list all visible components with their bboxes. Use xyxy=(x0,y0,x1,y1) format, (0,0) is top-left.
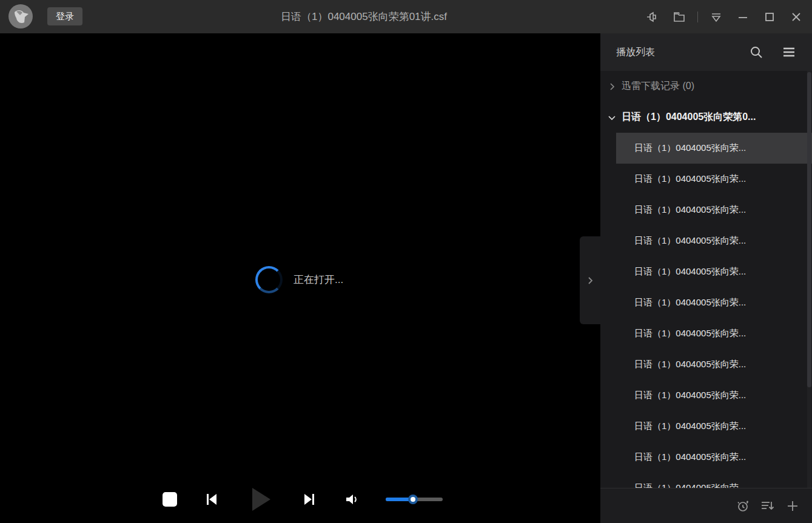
login-button[interactable]: 登录 xyxy=(47,7,82,25)
playlist-group-label: 迅雷下载记录 (0) xyxy=(622,80,694,93)
playlist-item[interactable]: 日语（1）0404005张向荣... xyxy=(616,225,812,256)
playlist-item[interactable]: 日语（1）0404005张向荣... xyxy=(616,164,812,195)
playlist-item[interactable]: 日语（1）0404005张向荣... xyxy=(616,473,812,488)
playlist-item-label: 日语（1）0404005张向荣... xyxy=(634,173,746,185)
playlist-item-label: 日语（1）0404005张向荣... xyxy=(634,359,746,370)
next-button[interactable] xyxy=(301,491,318,508)
playlist-item-label: 日语（1）0404005张向荣... xyxy=(634,328,746,339)
playlist-group-current[interactable]: 日语（1）0404005张向荣第0... xyxy=(600,102,812,133)
playlist-item-label: 日语（1）0404005张向荣... xyxy=(634,204,746,216)
playlist-item-label: 日语（1）0404005张向荣... xyxy=(634,482,746,488)
playlist-item-label: 日语（1）0404005张向荣... xyxy=(634,390,746,401)
playlist-item[interactable]: 日语（1）0404005张向荣... xyxy=(616,287,812,318)
playlist-items: 迅雷下载记录 (0) 日语（1）0404005张向荣第0... 日语（1）040… xyxy=(600,71,812,488)
close-button[interactable] xyxy=(788,8,805,25)
playlist-item-label: 日语（1）0404005张向荣... xyxy=(634,451,746,463)
playlist-item[interactable]: 日语（1）0404005张向荣... xyxy=(616,256,812,287)
video-area: 正在打开... xyxy=(0,33,600,523)
pin-icon[interactable] xyxy=(644,8,661,25)
playlist-item[interactable]: 日语（1）0404005张向荣... xyxy=(616,442,812,473)
maximize-button[interactable] xyxy=(761,8,778,25)
minimize-button[interactable] xyxy=(734,8,751,25)
search-icon[interactable] xyxy=(749,45,763,59)
playlist-scrollbar-thumb[interactable] xyxy=(807,72,811,387)
playlist-item-label: 日语（1）0404005张向荣... xyxy=(634,297,746,308)
volume-slider[interactable] xyxy=(386,495,443,504)
playlist-toolbar xyxy=(600,488,812,523)
collapse-sidebar-handle[interactable] xyxy=(580,236,600,324)
playlist-item-label: 日语（1）0404005张向荣... xyxy=(634,266,746,278)
sort-icon[interactable] xyxy=(760,499,776,513)
playlist-item[interactable]: 日语（1）0404005张向荣... xyxy=(616,380,812,411)
timer-icon[interactable] xyxy=(736,499,750,513)
playlist-header: 播放列表 xyxy=(600,33,812,71)
titlebar: 登录 日语（1）0404005张向荣第01讲.csf xyxy=(0,0,812,33)
playlist-title: 播放列表 xyxy=(616,46,731,59)
playlist-sidebar: 播放列表 迅雷下载记录 (0) 日语（1）0404005张向荣第0... xyxy=(600,33,812,523)
loading-text: 正在打开... xyxy=(294,273,343,287)
titlebar-divider xyxy=(697,12,698,22)
playback-controls xyxy=(163,484,443,515)
playlist-item[interactable]: 日语（1）0404005张向荣... xyxy=(616,195,812,225)
volume-icon[interactable] xyxy=(344,491,360,507)
playlist-item-label: 日语（1）0404005张向荣... xyxy=(634,235,746,247)
window-title: 日语（1）0404005张向荣第01讲.csf xyxy=(182,0,546,33)
playlist-item[interactable]: 日语（1）0404005张向荣... xyxy=(616,133,812,164)
main-menu-icon[interactable] xyxy=(708,8,725,25)
playlist-item-label: 日语（1）0404005张向荣... xyxy=(634,421,746,432)
playlist-item[interactable]: 日语（1）0404005张向荣... xyxy=(616,411,812,442)
playlist-menu-icon[interactable] xyxy=(782,45,796,59)
play-button[interactable] xyxy=(246,485,274,513)
chevron-right-icon xyxy=(585,276,595,285)
stop-button[interactable] xyxy=(163,492,177,507)
chevron-right-icon xyxy=(608,82,616,91)
chevron-down-icon xyxy=(608,113,616,122)
playlist-scrollbar[interactable] xyxy=(807,71,811,488)
volume-thumb[interactable] xyxy=(408,495,418,504)
previous-button[interactable] xyxy=(203,491,220,508)
playlist-group-downloads[interactable]: 迅雷下载记录 (0) xyxy=(600,71,812,102)
playlist-item-label: 日语（1）0404005张向荣... xyxy=(634,142,746,154)
app-logo-icon[interactable] xyxy=(8,4,33,28)
add-icon[interactable] xyxy=(785,499,800,513)
loading-spinner-icon xyxy=(255,266,283,293)
playlist-item[interactable]: 日语（1）0404005张向荣... xyxy=(616,349,812,380)
folder-icon[interactable] xyxy=(671,8,688,25)
playlist-item[interactable]: 日语（1）0404005张向荣... xyxy=(616,318,812,349)
playlist-group-label: 日语（1）0404005张向荣第0... xyxy=(622,111,756,124)
